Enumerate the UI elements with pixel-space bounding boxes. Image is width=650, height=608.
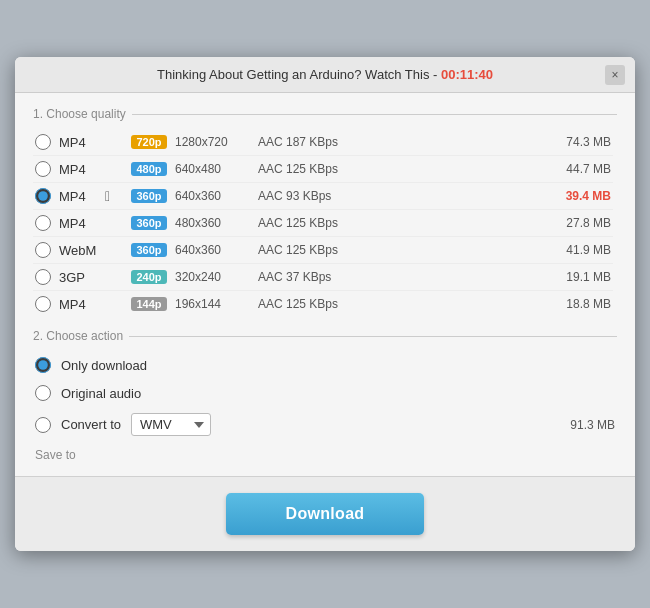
quality-radio-4[interactable] <box>35 242 51 258</box>
title-separator: - <box>429 67 441 82</box>
quality-radio-1[interactable] <box>35 161 51 177</box>
audio-info: AAC 93 KBps <box>258 189 543 203</box>
original-audio-radio[interactable] <box>35 385 51 401</box>
download-button[interactable]: Download <box>226 493 425 535</box>
format-name: WebM <box>59 243 97 258</box>
format-name: MP4 <box>59 162 97 177</box>
quality-radio-0[interactable] <box>35 134 51 150</box>
quality-row: MP4 360p 480x360 AAC 125 KBps 27.8 MB <box>33 210 613 237</box>
section1-label: 1. Choose quality <box>33 107 617 121</box>
audio-info: AAC 125 KBps <box>258 297 543 311</box>
quality-row: MP4  360p 640x360 AAC 93 KBps 39.4 MB <box>33 183 613 210</box>
file-size: 27.8 MB <box>551 216 611 230</box>
footer: Download <box>15 476 635 551</box>
format-name: MP4 <box>59 189 97 204</box>
main-dialog: Thinking About Getting an Arduino? Watch… <box>15 57 635 551</box>
action-section: 2. Choose action Only download Original … <box>33 329 617 464</box>
audio-info: AAC 187 KBps <box>258 135 543 149</box>
convert-to-radio[interactable] <box>35 417 51 433</box>
quality-row: WebM 360p 640x360 AAC 125 KBps 41.9 MB <box>33 237 613 264</box>
only-download-row: Only download <box>33 351 617 379</box>
quality-badge: 144p <box>131 297 167 311</box>
title-time: 00:11:40 <box>441 67 493 82</box>
title-bar: Thinking About Getting an Arduino? Watch… <box>15 57 635 93</box>
resolution: 640x360 <box>175 243 250 257</box>
only-download-radio[interactable] <box>35 357 51 373</box>
quality-radio-2[interactable] <box>35 188 51 204</box>
quality-badge: 360p <box>131 243 167 257</box>
quality-radio-3[interactable] <box>35 215 51 231</box>
quality-badge: 240p <box>131 270 167 284</box>
format-name: MP4 <box>59 135 97 150</box>
only-download-label: Only download <box>61 358 147 373</box>
file-size: 39.4 MB <box>551 189 611 203</box>
saveto-label: Save to <box>35 448 76 462</box>
apple-icon:  <box>105 188 123 204</box>
format-name: MP4 <box>59 297 97 312</box>
quality-badge: 360p <box>131 189 167 203</box>
quality-row: MP4 720p 1280x720 AAC 187 KBps 74.3 MB <box>33 129 613 156</box>
resolution: 480x360 <box>175 216 250 230</box>
resolution: 640x360 <box>175 189 250 203</box>
resolution: 196x144 <box>175 297 250 311</box>
quality-badge: 720p <box>131 135 167 149</box>
file-size: 41.9 MB <box>551 243 611 257</box>
audio-info: AAC 37 KBps <box>258 270 543 284</box>
file-size: 44.7 MB <box>551 162 611 176</box>
resolution: 640x480 <box>175 162 250 176</box>
quality-row: MP4 480p 640x480 AAC 125 KBps 44.7 MB <box>33 156 613 183</box>
title-main: Thinking About Getting an Arduino? Watch… <box>157 67 429 82</box>
audio-info: AAC 125 KBps <box>258 162 543 176</box>
audio-info: AAC 125 KBps <box>258 216 543 230</box>
title-text: Thinking About Getting an Arduino? Watch… <box>157 67 493 82</box>
original-audio-label: Original audio <box>61 386 141 401</box>
convert-format-select[interactable]: WMVMP4AVIMOVMKV <box>131 413 211 436</box>
quality-badge: 480p <box>131 162 167 176</box>
file-size: 18.8 MB <box>551 297 611 311</box>
quality-radio-5[interactable] <box>35 269 51 285</box>
convert-size: 91.3 MB <box>555 418 615 432</box>
file-size: 19.1 MB <box>551 270 611 284</box>
quality-row: MP4 144p 196x144 AAC 125 KBps 18.8 MB <box>33 291 613 317</box>
file-size: 74.3 MB <box>551 135 611 149</box>
convert-to-row: Convert to WMVMP4AVIMOVMKV 91.3 MB <box>33 407 617 442</box>
format-name: MP4 <box>59 216 97 231</box>
audio-info: AAC 125 KBps <box>258 243 543 257</box>
original-audio-row: Original audio <box>33 379 617 407</box>
quality-list-wrapper: MP4 720p 1280x720 AAC 187 KBps 74.3 MB M… <box>33 129 617 317</box>
resolution: 320x240 <box>175 270 250 284</box>
quality-row: 3GP 240p 320x240 AAC 37 KBps 19.1 MB <box>33 264 613 291</box>
quality-badge: 360p <box>131 216 167 230</box>
section2-label: 2. Choose action <box>33 329 617 343</box>
convert-to-label: Convert to <box>61 417 121 432</box>
quality-radio-6[interactable] <box>35 296 51 312</box>
close-button[interactable]: × <box>605 65 625 85</box>
format-name: 3GP <box>59 270 97 285</box>
quality-list: MP4 720p 1280x720 AAC 187 KBps 74.3 MB M… <box>33 129 617 317</box>
saveto-row: Save to <box>33 442 617 464</box>
dialog-body: 1. Choose quality MP4 720p 1280x720 AAC … <box>15 93 635 464</box>
resolution: 1280x720 <box>175 135 250 149</box>
